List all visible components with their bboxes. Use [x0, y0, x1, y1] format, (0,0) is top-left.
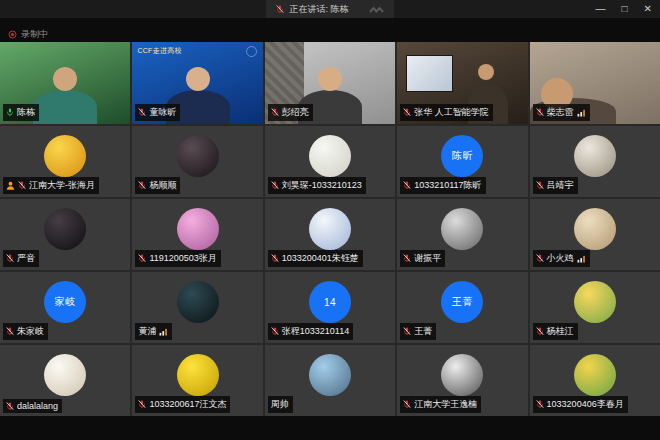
avatar: 14 [309, 281, 351, 323]
muted-mic-icon [138, 400, 146, 409]
muted-mic-icon [138, 181, 146, 190]
close-button[interactable]: ✕ [644, 0, 652, 18]
recording-label: 录制中 [21, 28, 48, 41]
avatar [177, 208, 219, 250]
participant-tile[interactable]: 小火鸡 [530, 199, 660, 270]
participant-label: 江南大学王逸楠 [400, 396, 481, 413]
participant-tile[interactable]: 江南大学王逸楠 [397, 345, 527, 416]
participant-tile[interactable]: dalalalang [0, 345, 130, 416]
person-silhouette-head [186, 67, 210, 91]
signal-strength-icon [577, 255, 586, 263]
muted-mic-icon [536, 327, 544, 336]
participant-tile[interactable]: 黄浦 [132, 272, 262, 343]
participant-tile[interactable]: 1033200617汪文杰 [132, 345, 262, 416]
active-speaker-text: 正在讲话: 陈栋 [289, 3, 348, 16]
participant-name: 1191200503张月 [149, 252, 216, 265]
participant-name: 彭绍亮 [282, 106, 309, 119]
window-controls: — □ ✕ [596, 0, 652, 18]
presentation-screen [406, 55, 452, 91]
muted-mic-icon [138, 254, 146, 263]
participant-name: dalalalang [17, 401, 58, 411]
muted-mic-icon [403, 108, 411, 117]
participant-name: 小火鸡 [547, 252, 574, 265]
participant-name: 柴志雷 [547, 106, 574, 119]
participant-label: 江南大学-张海月 [3, 177, 99, 194]
muted-mic-icon [138, 108, 146, 117]
participant-name: 谢振平 [414, 252, 441, 265]
background-logo [246, 46, 257, 57]
participant-tile[interactable]: 14张程1033210114 [265, 272, 395, 343]
avatar: 家岐 [44, 281, 86, 323]
participant-name: 王菁 [414, 325, 432, 338]
avatar-text: 陈昕 [452, 149, 473, 163]
participant-label: 周帅 [268, 396, 293, 413]
avatar [574, 208, 616, 250]
participant-tile[interactable]: 杨顺顺 [132, 126, 262, 197]
participant-name: 童咏昕 [149, 106, 176, 119]
host-icon [6, 181, 15, 190]
video-banner-text: CCF走进高校 [137, 46, 182, 56]
participant-tile[interactable]: 柴志雷 [530, 42, 660, 124]
person-silhouette-body [33, 90, 97, 124]
muted-mic-icon [271, 108, 279, 117]
participant-label: 黄浦 [135, 323, 172, 340]
collapse-chevrons-icon[interactable] [368, 5, 384, 14]
avatar [309, 208, 351, 250]
avatar-text: 14 [324, 297, 336, 308]
participant-label: 王菁 [400, 323, 436, 340]
maximize-button[interactable]: □ [622, 0, 628, 18]
signal-strength-icon [159, 328, 168, 336]
participant-name: 张华 人工智能学院 [414, 106, 489, 119]
participant-tile[interactable]: 江南大学-张海月 [0, 126, 130, 197]
participant-tile[interactable]: CCF走进高校童咏昕 [132, 42, 262, 124]
participant-label: 谢振平 [400, 250, 445, 267]
muted-mic-icon [18, 181, 26, 190]
participant-label: 陈栋 [3, 104, 39, 121]
active-speaker-pill: 正在讲话: 陈栋 [266, 0, 393, 18]
participant-tile[interactable]: 周帅 [265, 345, 395, 416]
muted-mic-icon [271, 181, 279, 190]
muted-mic-icon [403, 400, 411, 409]
muted-mic-icon [536, 400, 544, 409]
participant-name: 朱家岐 [17, 325, 44, 338]
muted-mic-icon [536, 181, 544, 190]
participant-tile[interactable]: 彭绍亮 [265, 42, 395, 124]
participant-tile[interactable]: 吕靖宇 [530, 126, 660, 197]
participant-tile[interactable]: 1033200401朱钰楚 [265, 199, 395, 270]
participant-tile[interactable]: 张华 人工智能学院 [397, 42, 527, 124]
muted-mic-icon [536, 108, 544, 117]
participant-tile[interactable]: 1191200503张月 [132, 199, 262, 270]
participant-label: 1033210117陈昕 [400, 177, 485, 194]
person-silhouette-head [53, 67, 77, 91]
signal-strength-icon [577, 109, 586, 117]
avatar [177, 281, 219, 323]
person-silhouette-head [318, 67, 342, 91]
participant-name: 吕靖宇 [547, 179, 574, 192]
participant-tile[interactable]: 严音 [0, 199, 130, 270]
avatar: 陈昕 [441, 135, 483, 177]
avatar [44, 354, 86, 396]
participant-tile[interactable]: 王菁王菁 [397, 272, 527, 343]
participant-name: 1033200406李春月 [547, 398, 624, 411]
participant-tile[interactable]: 陈昕1033210117陈昕 [397, 126, 527, 197]
participant-label: 1033200401朱钰楚 [268, 250, 363, 267]
muted-mic-icon [403, 254, 411, 263]
participant-name: 江南大学-张海月 [29, 179, 95, 192]
participant-label: 刘昊琛-1033210123 [268, 177, 366, 194]
avatar [309, 354, 351, 396]
titlebar[interactable]: 正在讲话: 陈栋 — □ ✕ [0, 0, 660, 18]
participant-tile[interactable]: 刘昊琛-1033210123 [265, 126, 395, 197]
participant-name: 1033200617汪文杰 [149, 398, 226, 411]
participant-label: 1191200503张月 [135, 250, 220, 267]
participant-label: 张华 人工智能学院 [400, 104, 493, 121]
participant-tile[interactable]: 1033200406李春月 [530, 345, 660, 416]
participant-tile[interactable]: 谢振平 [397, 199, 527, 270]
participant-label: 杨桂江 [533, 323, 578, 340]
participant-grid: 陈栋CCF走进高校童咏昕彭绍亮张华 人工智能学院柴志雷江南大学-张海月杨顺顺刘昊… [0, 42, 660, 416]
participant-tile[interactable]: 陈栋 [0, 42, 130, 124]
avatar [177, 354, 219, 396]
participant-tile[interactable]: 家岐朱家岐 [0, 272, 130, 343]
muted-mic-icon [276, 5, 284, 14]
participant-tile[interactable]: 杨桂江 [530, 272, 660, 343]
minimize-button[interactable]: — [596, 0, 606, 18]
